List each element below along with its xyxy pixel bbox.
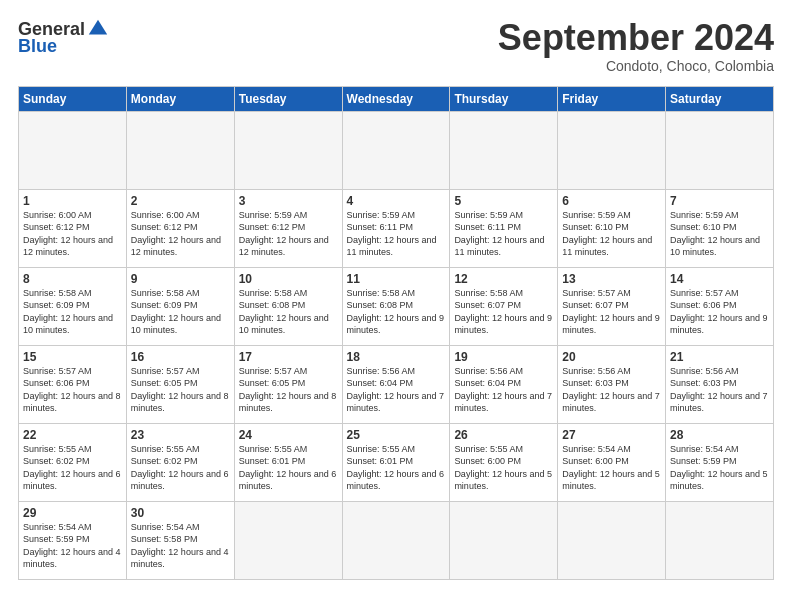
day-number: 21 bbox=[670, 350, 769, 364]
calendar-cell: 1 Sunrise: 6:00 AMSunset: 6:12 PMDayligh… bbox=[19, 189, 127, 267]
day-info: Sunrise: 5:59 AMSunset: 6:12 PMDaylight:… bbox=[239, 209, 338, 259]
calendar-cell: 21 Sunrise: 5:56 AMSunset: 6:03 PMDaylig… bbox=[666, 345, 774, 423]
calendar-cell: 10 Sunrise: 5:58 AMSunset: 6:08 PMDaylig… bbox=[234, 267, 342, 345]
day-number: 12 bbox=[454, 272, 553, 286]
day-number: 17 bbox=[239, 350, 338, 364]
day-number: 6 bbox=[562, 194, 661, 208]
day-number: 10 bbox=[239, 272, 338, 286]
day-number: 2 bbox=[131, 194, 230, 208]
calendar-cell: 12 Sunrise: 5:58 AMSunset: 6:07 PMDaylig… bbox=[450, 267, 558, 345]
day-info: Sunrise: 5:56 AMSunset: 6:03 PMDaylight:… bbox=[670, 365, 769, 415]
calendar-cell: 9 Sunrise: 5:58 AMSunset: 6:09 PMDayligh… bbox=[126, 267, 234, 345]
calendar-cell bbox=[234, 111, 342, 189]
page-container: General Blue September 2024 Condoto, Cho… bbox=[0, 0, 792, 590]
calendar-cell bbox=[342, 501, 450, 579]
day-info: Sunrise: 5:55 AMSunset: 6:02 PMDaylight:… bbox=[131, 443, 230, 493]
calendar-cell: 14 Sunrise: 5:57 AMSunset: 6:06 PMDaylig… bbox=[666, 267, 774, 345]
calendar-table: Sunday Monday Tuesday Wednesday Thursday… bbox=[18, 86, 774, 580]
header-thursday: Thursday bbox=[450, 86, 558, 111]
calendar-cell: 22 Sunrise: 5:55 AMSunset: 6:02 PMDaylig… bbox=[19, 423, 127, 501]
calendar-cell: 5 Sunrise: 5:59 AMSunset: 6:11 PMDayligh… bbox=[450, 189, 558, 267]
day-info: Sunrise: 5:59 AMSunset: 6:11 PMDaylight:… bbox=[454, 209, 553, 259]
day-number: 19 bbox=[454, 350, 553, 364]
day-info: Sunrise: 5:57 AMSunset: 6:07 PMDaylight:… bbox=[562, 287, 661, 337]
day-number: 28 bbox=[670, 428, 769, 442]
calendar-cell bbox=[450, 111, 558, 189]
day-number: 15 bbox=[23, 350, 122, 364]
day-info: Sunrise: 5:58 AMSunset: 6:09 PMDaylight:… bbox=[131, 287, 230, 337]
day-number: 26 bbox=[454, 428, 553, 442]
day-info: Sunrise: 6:00 AMSunset: 6:12 PMDaylight:… bbox=[23, 209, 122, 259]
day-number: 16 bbox=[131, 350, 230, 364]
header-friday: Friday bbox=[558, 86, 666, 111]
header-sunday: Sunday bbox=[19, 86, 127, 111]
day-info: Sunrise: 5:58 AMSunset: 6:08 PMDaylight:… bbox=[347, 287, 446, 337]
day-info: Sunrise: 5:57 AMSunset: 6:06 PMDaylight:… bbox=[670, 287, 769, 337]
logo-icon bbox=[87, 18, 109, 40]
day-number: 24 bbox=[239, 428, 338, 442]
header-tuesday: Tuesday bbox=[234, 86, 342, 111]
day-info: Sunrise: 5:59 AMSunset: 6:10 PMDaylight:… bbox=[562, 209, 661, 259]
calendar-cell: 26 Sunrise: 5:55 AMSunset: 6:00 PMDaylig… bbox=[450, 423, 558, 501]
day-number: 3 bbox=[239, 194, 338, 208]
day-info: Sunrise: 5:56 AMSunset: 6:04 PMDaylight:… bbox=[454, 365, 553, 415]
calendar-cell bbox=[342, 111, 450, 189]
calendar-cell: 28 Sunrise: 5:54 AMSunset: 5:59 PMDaylig… bbox=[666, 423, 774, 501]
day-number: 25 bbox=[347, 428, 446, 442]
calendar-cell bbox=[558, 111, 666, 189]
day-number: 18 bbox=[347, 350, 446, 364]
day-info: Sunrise: 6:00 AMSunset: 6:12 PMDaylight:… bbox=[131, 209, 230, 259]
calendar-cell: 13 Sunrise: 5:57 AMSunset: 6:07 PMDaylig… bbox=[558, 267, 666, 345]
calendar-header-row: Sunday Monday Tuesday Wednesday Thursday… bbox=[19, 86, 774, 111]
day-info: Sunrise: 5:55 AMSunset: 6:01 PMDaylight:… bbox=[347, 443, 446, 493]
day-number: 20 bbox=[562, 350, 661, 364]
calendar-week-2: 8 Sunrise: 5:58 AMSunset: 6:09 PMDayligh… bbox=[19, 267, 774, 345]
day-number: 30 bbox=[131, 506, 230, 520]
calendar-cell: 23 Sunrise: 5:55 AMSunset: 6:02 PMDaylig… bbox=[126, 423, 234, 501]
day-info: Sunrise: 5:59 AMSunset: 6:11 PMDaylight:… bbox=[347, 209, 446, 259]
location: Condoto, Choco, Colombia bbox=[498, 58, 774, 74]
calendar-cell: 27 Sunrise: 5:54 AMSunset: 6:00 PMDaylig… bbox=[558, 423, 666, 501]
day-number: 7 bbox=[670, 194, 769, 208]
month-title: September 2024 bbox=[498, 18, 774, 58]
calendar-cell: 25 Sunrise: 5:55 AMSunset: 6:01 PMDaylig… bbox=[342, 423, 450, 501]
day-info: Sunrise: 5:57 AMSunset: 6:05 PMDaylight:… bbox=[239, 365, 338, 415]
calendar-cell: 20 Sunrise: 5:56 AMSunset: 6:03 PMDaylig… bbox=[558, 345, 666, 423]
calendar-cell: 6 Sunrise: 5:59 AMSunset: 6:10 PMDayligh… bbox=[558, 189, 666, 267]
day-number: 5 bbox=[454, 194, 553, 208]
calendar-cell: 7 Sunrise: 5:59 AMSunset: 6:10 PMDayligh… bbox=[666, 189, 774, 267]
calendar-cell: 30 Sunrise: 5:54 AMSunset: 5:58 PMDaylig… bbox=[126, 501, 234, 579]
svg-marker-0 bbox=[89, 20, 107, 35]
calendar-cell bbox=[666, 111, 774, 189]
calendar-cell bbox=[450, 501, 558, 579]
day-info: Sunrise: 5:58 AMSunset: 6:07 PMDaylight:… bbox=[454, 287, 553, 337]
calendar-cell: 24 Sunrise: 5:55 AMSunset: 6:01 PMDaylig… bbox=[234, 423, 342, 501]
header-wednesday: Wednesday bbox=[342, 86, 450, 111]
header-saturday: Saturday bbox=[666, 86, 774, 111]
calendar-cell: 11 Sunrise: 5:58 AMSunset: 6:08 PMDaylig… bbox=[342, 267, 450, 345]
calendar-cell bbox=[19, 111, 127, 189]
day-number: 9 bbox=[131, 272, 230, 286]
day-info: Sunrise: 5:54 AMSunset: 5:58 PMDaylight:… bbox=[131, 521, 230, 571]
calendar-cell: 4 Sunrise: 5:59 AMSunset: 6:11 PMDayligh… bbox=[342, 189, 450, 267]
header: General Blue September 2024 Condoto, Cho… bbox=[18, 18, 774, 74]
calendar-cell: 17 Sunrise: 5:57 AMSunset: 6:05 PMDaylig… bbox=[234, 345, 342, 423]
day-info: Sunrise: 5:55 AMSunset: 6:02 PMDaylight:… bbox=[23, 443, 122, 493]
calendar-week-1: 1 Sunrise: 6:00 AMSunset: 6:12 PMDayligh… bbox=[19, 189, 774, 267]
day-info: Sunrise: 5:57 AMSunset: 6:05 PMDaylight:… bbox=[131, 365, 230, 415]
logo-blue-text: Blue bbox=[18, 36, 57, 57]
day-info: Sunrise: 5:55 AMSunset: 6:01 PMDaylight:… bbox=[239, 443, 338, 493]
day-info: Sunrise: 5:57 AMSunset: 6:06 PMDaylight:… bbox=[23, 365, 122, 415]
calendar-cell bbox=[234, 501, 342, 579]
calendar-cell: 3 Sunrise: 5:59 AMSunset: 6:12 PMDayligh… bbox=[234, 189, 342, 267]
header-monday: Monday bbox=[126, 86, 234, 111]
calendar-cell: 18 Sunrise: 5:56 AMSunset: 6:04 PMDaylig… bbox=[342, 345, 450, 423]
calendar-cell bbox=[126, 111, 234, 189]
calendar-cell: 2 Sunrise: 6:00 AMSunset: 6:12 PMDayligh… bbox=[126, 189, 234, 267]
day-number: 8 bbox=[23, 272, 122, 286]
day-info: Sunrise: 5:56 AMSunset: 6:04 PMDaylight:… bbox=[347, 365, 446, 415]
calendar-cell bbox=[666, 501, 774, 579]
day-info: Sunrise: 5:58 AMSunset: 6:08 PMDaylight:… bbox=[239, 287, 338, 337]
day-info: Sunrise: 5:58 AMSunset: 6:09 PMDaylight:… bbox=[23, 287, 122, 337]
calendar-cell bbox=[558, 501, 666, 579]
